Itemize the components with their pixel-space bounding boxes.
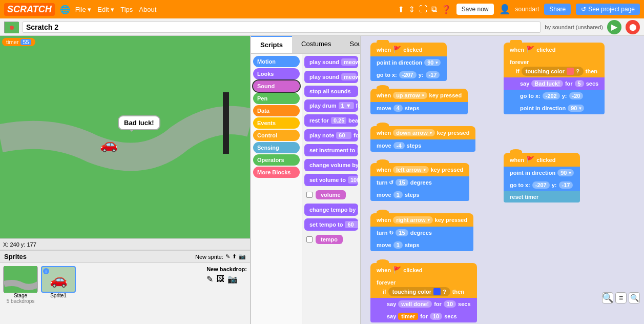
block-set-volume[interactable]: set volume to 100 % [304,174,358,186]
block-set-instrument[interactable]: set instrument to 1 ▼ [304,144,358,156]
block-goto-8[interactable]: go to x: -207 y: -17 [504,179,580,191]
category-sensing[interactable]: Sensing [253,142,300,153]
block-move-neg4[interactable]: move -4 steps [370,139,475,152]
menu-bar: File ▾ Edit ▾ Tips About [75,6,157,13]
category-data[interactable]: Data [253,105,300,116]
scripts-area[interactable]: when 🚩 clicked point in direction 90 go … [361,36,644,324]
block-say-timer[interactable]: say timer for 10 secs [370,310,477,322]
save-button[interactable]: Save now [456,4,494,15]
zoom-in-button[interactable]: 🔍 [602,292,613,303]
tempo-checkbox[interactable] [306,236,313,242]
category-control[interactable]: Control [253,130,300,141]
block-reset-timer[interactable]: reset timer [504,191,580,202]
zoom-out-button[interactable]: 🔍 [629,292,640,303]
sprites-body: Stage 5 backdrops i 🚗 Sprite1 New backdr… [0,263,250,307]
blocks-panel: Scripts Costumes Sounds Motion Looks Sou… [251,36,361,324]
menu-file[interactable]: File ▾ [75,6,92,13]
fullscreen-icon[interactable]: ⛶ [419,5,427,14]
block-move-4[interactable]: move 4 steps [370,102,468,114]
hat-when-clicked-1[interactable]: when 🚩 clicked [370,43,447,56]
block-goto-1[interactable]: go to x: -207 y: -17 [370,69,447,81]
block-turn-right[interactable]: turn ↻ 15 degrees [370,227,473,239]
new-sprite-paint-icon[interactable]: ✎ [225,253,230,260]
block-turn-left[interactable]: turn ↺ 15 degrees [370,176,469,189]
block-play-note[interactable]: play note 60 for 0.5 beats [304,129,358,141]
blocks-categories: Motion Looks Sound Pen Data Events Contr… [251,54,302,324]
sprite-item-sprite1[interactable]: i 🚗 Sprite1 [41,266,76,304]
block-play-sound[interactable]: play sound meow ▼ [304,56,358,68]
arrows-icon[interactable]: ⇕ [408,5,415,14]
block-if-touching-red[interactable]: if touching color ? then [504,65,605,77]
backdrop-image-icon[interactable]: 🖼 [216,274,224,284]
zoom-reset-button[interactable]: ≡ [615,292,627,303]
hat-up-arrow[interactable]: when up arrow key pressed [370,89,468,102]
hat-right-arrow[interactable]: when right arrow key pressed [370,213,473,227]
tab-costumes[interactable]: Costumes [292,36,341,53]
hat-clicked-7[interactable]: when 🚩 clicked [504,43,605,56]
new-sprite-upload-icon[interactable]: ⬆ [232,253,237,260]
play-button[interactable]: ▶ [607,20,621,34]
sprite-car: 🚗 [100,136,118,153]
block-point-dir-7[interactable]: point in direction 90 [504,102,605,114]
category-looks[interactable]: Looks [253,68,300,79]
hat-clicked-6[interactable]: when 🚩 clicked [370,263,477,277]
block-if-touching-blue[interactable]: if touching color ? then [370,286,477,298]
block-move-1-left[interactable]: move 1 steps [370,189,469,201]
project-thumbnail [4,22,18,33]
block-volume-var[interactable]: volume [304,189,358,201]
volume-checkbox[interactable] [306,192,313,198]
menu-about[interactable]: About [139,6,156,13]
category-sound[interactable]: Sound [253,80,300,92]
block-stop-all-sounds[interactable]: stop all sounds [304,86,358,97]
block-move-1-right[interactable]: move 1 steps [370,239,473,251]
user-avatar-icon: 👤 [499,4,510,15]
hat-left-arrow[interactable]: when left arrow key pressed [370,163,469,176]
menu-tips[interactable]: Tips [120,6,133,13]
upload-icon[interactable]: ⬆ [398,5,404,14]
backdrop-paint-icon[interactable]: ✎ [206,274,213,284]
tab-scripts[interactable]: Scripts [251,36,292,53]
block-goto-7[interactable]: go to x: -202 y: -20 [504,90,605,102]
block-tempo-var[interactable]: tempo [304,233,358,246]
svg-point-1 [10,26,14,30]
hat-down-arrow[interactable]: when down arrow key pressed [370,126,475,139]
block-set-tempo[interactable]: set tempo to 60 bpm [304,218,358,231]
backdrop-camera-icon[interactable]: 📷 [227,274,238,284]
menu-edit[interactable]: Edit ▾ [97,6,114,13]
category-more-blocks[interactable]: More Blocks [253,167,300,178]
block-forever-6[interactable]: forever [370,277,477,286]
speech-bubble: Bad luck! [118,115,160,130]
share-button[interactable]: Share [544,4,571,15]
block-play-sound-until-done[interactable]: play sound meow ▼ until done [304,71,358,83]
block-point-dir-1[interactable]: point in direction 90 [370,56,447,69]
tab-sounds[interactable]: Sounds [341,36,361,53]
help-icon[interactable]: ❓ [441,5,451,14]
stage-sub: 5 backdrops [7,298,34,304]
block-play-drum[interactable]: play drum 1 ▼ for 0.25 beats [304,99,358,112]
sprite-item-stage[interactable]: Stage 5 backdrops [3,266,38,304]
block-point-dir-8[interactable]: point in direction 90 [504,167,580,179]
project-page-button[interactable]: ↺ See project page [576,4,640,15]
block-forever-7[interactable]: forever [504,56,605,65]
category-operators[interactable]: Operators [253,154,300,166]
block-say-bad-luck[interactable]: say Bad luck! for 5 secs [504,77,605,90]
block-change-volume[interactable]: change volume by -10 [304,159,358,171]
block-change-tempo[interactable]: change tempo by 20 [304,204,358,216]
block-rest-for[interactable]: rest for 0.25 beats [304,114,358,127]
stage[interactable]: timer 55 🚗 Bad luck! [0,36,250,238]
block-say-well-done[interactable]: say well done! for 10 secs [370,298,477,310]
stop-button[interactable]: ⬤ [626,20,640,34]
hat-clicked-8[interactable]: when 🚩 clicked [504,153,580,167]
globe-icon[interactable]: 🌐 [60,5,70,14]
script-group-5: when right arrow key pressed turn ↻ 15 d… [370,213,473,251]
category-pen[interactable]: Pen [253,93,300,104]
category-events[interactable]: Events [253,117,300,129]
stage-thumb [3,266,38,293]
project-name-input[interactable] [23,22,541,33]
new-sprite-camera-icon[interactable]: 📷 [239,253,246,260]
stage-statusbar: X: 240 y: 177 [0,238,250,250]
category-motion[interactable]: Motion [253,56,300,67]
stage-icon[interactable]: ⧉ [431,5,437,14]
sprite-info-icon[interactable]: i [43,268,49,274]
toolbar-icons: ⬆ ⇕ ⛶ ⧉ ❓ [398,5,451,14]
